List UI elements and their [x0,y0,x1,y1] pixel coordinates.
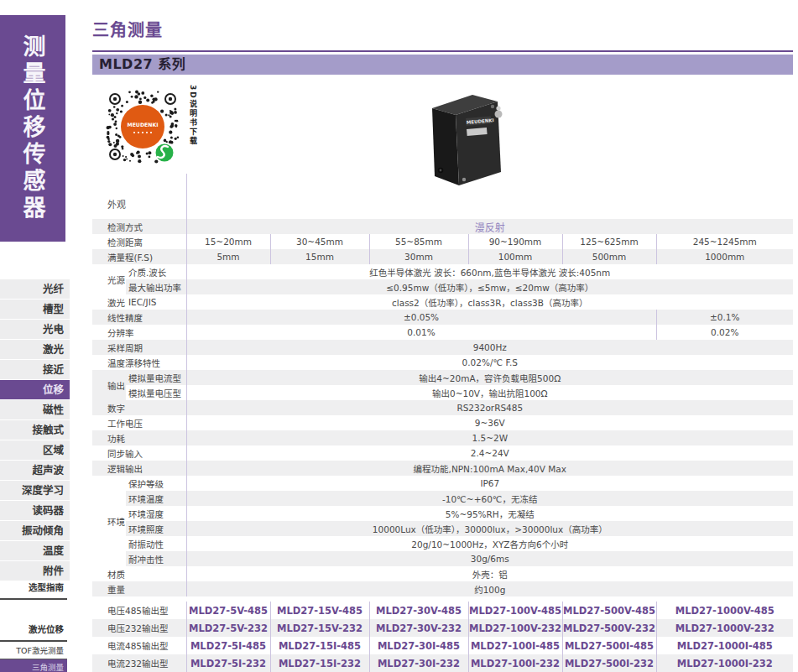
spec-value: class2（低功率），class3R，class3B（高功率） [186,294,793,310]
spec-value: 90~190mm [468,234,562,249]
model-number: MLD27-1000V-232 [656,619,793,637]
sidebar-item[interactable]: 光纤 [0,279,70,299]
model-row: 电流232输出型MLD27-5I-232MLD27-15I-232MLD27-3… [92,654,793,672]
spec-row: 数字RS232orRS485 [92,400,793,415]
spec-value: 1000mm [656,249,793,264]
model-number: MLD27-100V-485 [468,602,562,619]
spec-row: 输出模拟量电流型输出4~20mA，容许负载电阻500Ω [92,370,793,385]
spec-row: 功耗1.5~2W [92,430,793,445]
spec-value: 外壳：铝 [186,566,793,581]
spec-value: 245~1245mm [656,234,793,249]
spec-label: 电流485输出型 [92,637,186,654]
model-number: MLD27-30V-232 [369,619,468,637]
qr-caption: 3D说明书下载 [188,85,199,146]
model-number: MLD27-30I-485 [369,637,468,654]
model-number: MLD27-1000I-232 [656,654,793,672]
spec-row: 采样周期9400Hz [92,340,793,355]
model-number: MLD27-500V-485 [562,602,656,619]
spec-value: 15~20mm [186,234,270,249]
model-row: 电压232输出型MLD27-5V-232MLD27-15V-232MLD27-3… [92,619,793,637]
spec-label: 满量程(F.S) [92,249,186,264]
sidebar: 测量位移传感器 光纤槽型光电激光接近位移磁性接触式区域超声波深度学习读码器振动倾… [0,0,70,672]
sidebar-item[interactable]: 光电 [0,320,70,339]
spec-value: 2.4~24V [186,445,793,461]
spec-label: 电流232输出型 [92,654,186,672]
model-number: MLD27-30V-485 [369,602,468,619]
sidebar-category-banner: 测量位移传感器 [0,15,65,242]
model-number: MLD27-5I-485 [186,637,270,654]
spec-row: 环境 参数保护等级IP67 [92,476,793,491]
spec-value: 15mm [270,249,369,264]
spec-value: 10000Lux（低功率），30000lux，>30000lux（高功率） [186,521,793,536]
spec-row: 激光IEC/JISclass2（低功率），class3R，class3B（高功率… [92,294,793,310]
spec-value: 0.02%/℃ F.S [186,355,793,370]
sidebar-bottom-item[interactable]: 激光位移 [0,621,67,642]
spec-row: 材质外壳：铝 [92,566,793,581]
sidebar-item[interactable]: 区域 [0,440,70,460]
model-number: MLD27-5V-232 [186,619,270,637]
model-number: MLD27-1000I-485 [656,637,793,654]
spec-group-label: 环境 参数 [92,476,126,566]
sidebar-category-label: 测量位移传感器 [17,34,50,222]
sidebar-item[interactable]: 超声波 [0,461,70,480]
spec-value: ±0.05% [186,310,656,325]
sidebar-bottom-item[interactable]: 选型指南 [0,579,67,600]
model-number: MLD27-100V-232 [468,619,562,637]
model-number: MLD27-500V-232 [562,619,656,637]
spec-group-label: 输出 [92,370,126,400]
sidebar-item[interactable]: 振动倾角 [0,521,70,540]
sidebar-item[interactable]: 槽型 [0,300,70,319]
spec-value: -10℃~+60℃，无冻结 [186,491,793,506]
spec-row: 环境照度10000Lux（低功率），30000lux，>30000lux（高功率… [92,521,793,536]
spec-label: 检测方式 [92,219,186,234]
spec-label: 耐振动性 [126,536,186,551]
model-number: MLD27-5V-485 [186,602,270,619]
spec-row: 检测方式漫反射 [92,219,793,234]
spec-value: 5%~95%RH，无凝结 [186,506,793,521]
spec-label: IEC/JIS [126,294,186,310]
spec-value: IP67 [186,476,793,491]
sidebar-item[interactable]: 接近 [0,360,70,379]
spec-row: 光源介质.波长红色半导体激光 波长：660nm,蓝色半导体激光 波长:405nm [92,264,793,279]
model-number: MLD27-100I-485 [468,637,562,654]
model-number: MLD27-15V-485 [270,602,369,619]
svg-text:MEUDENKI: MEUDENKI [127,122,158,128]
main-content: 三角测量 MLD27 系列 MEUDENKI 3D说明书下载 [92,0,793,672]
sidebar-item[interactable]: 激光 [0,340,70,359]
sidebar-bottom-item[interactable]: TOF激光测量 [0,642,67,659]
spec-label: 工作电压 [92,415,186,430]
spec-label: 电压485输出型 [92,602,186,619]
spec-value: 1.5~2W [186,430,793,445]
model-number: MLD27-500I-232 [562,654,656,672]
spec-row: 环境温度-10℃~+60℃，无冻结 [92,491,793,506]
sidebar-item[interactable]: 温度 [0,541,70,560]
title-rule [92,50,793,52]
spec-value: 漫反射 [186,219,793,234]
spec-value: ≤0.95mw（低功率），≤5mw，≤20mw（高功率） [186,279,793,294]
sidebar-item[interactable]: 磁性 [0,400,70,419]
spec-row: 模拟量电压型输出0~10V，输出抗阻100Ω [92,385,793,400]
spec-value: 输出4~20mA，容许负载电阻500Ω [186,370,793,385]
sidebar-item[interactable]: 深度学习 [0,481,70,500]
spec-row: 重量约100g [92,581,793,596]
sidebar-item[interactable]: 接触式 [0,420,70,440]
catalog-page: 测量位移传感器 光纤槽型光电激光接近位移磁性接触式区域超声波深度学习读码器振动倾… [0,0,798,672]
spec-row: 环境湿度5%~95%RH，无凝结 [92,506,793,521]
spec-value: 输出0~10V，输出抗阻100Ω [186,385,793,400]
spec-label: 环境温度 [126,491,186,506]
model-number: MLD27-1000V-485 [656,602,793,619]
model-number: MLD27-30I-232 [369,654,468,672]
spec-label: 环境照度 [126,521,186,536]
spec-value: ±0.1% [656,310,793,325]
sidebar-item[interactable]: 读码器 [0,501,70,520]
sidebar-item[interactable]: 附件 [0,561,70,581]
spec-label: 采样周期 [92,340,186,355]
spec-label: 重量 [92,581,186,596]
spec-value: 30mm [369,249,468,264]
sidebar-bottom-item[interactable]: 三角测量 [0,659,67,672]
spec-row: 工作电压9~36V [92,415,793,430]
spec-label: 耐冲击性 [126,551,186,566]
sidebar-item[interactable]: 位移 [0,380,70,399]
spec-value: 约100g [186,581,793,596]
spec-value: 5mm [186,249,270,264]
